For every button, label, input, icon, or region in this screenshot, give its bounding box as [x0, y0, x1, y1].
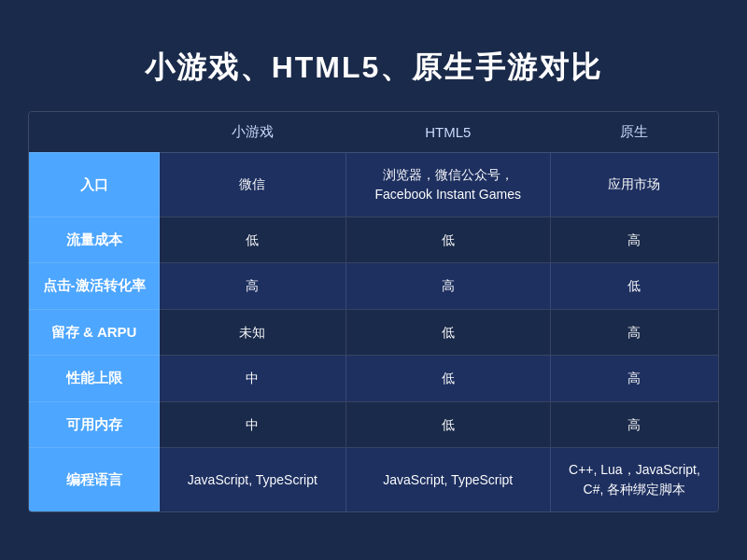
row-native: 高 — [550, 401, 718, 448]
col-header-html5: HTML5 — [345, 112, 550, 153]
row-mini-game: JavaScript, TypeScript — [160, 448, 345, 512]
row-native: C++, Lua，JavaScript, C#, 各种绑定脚本 — [550, 448, 718, 512]
table-row: 性能上限中低高 — [29, 356, 718, 402]
row-html5: 低 — [345, 401, 550, 448]
row-html5: 低 — [345, 356, 550, 402]
row-html5: 低 — [345, 217, 550, 263]
row-native: 低 — [550, 263, 718, 310]
row-native: 高 — [550, 309, 718, 356]
row-label: 留存 & ARPU — [29, 309, 160, 356]
row-mini-game: 高 — [160, 263, 345, 310]
row-mini-game: 中 — [160, 356, 345, 402]
col-header-mini-game: 小游戏 — [160, 112, 345, 153]
table-row: 点击-激活转化率高高低 — [29, 263, 718, 310]
row-label: 编程语言 — [29, 448, 160, 512]
row-native: 应用市场 — [550, 152, 718, 217]
row-mini-game: 低 — [160, 217, 345, 263]
page-title: 小游戏、HTML5、原生手游对比 — [145, 48, 603, 89]
row-label: 可用内存 — [29, 401, 160, 448]
table-row: 编程语言JavaScript, TypeScriptJavaScript, Ty… — [29, 448, 718, 512]
row-label: 流量成本 — [29, 217, 160, 263]
row-mini-game: 中 — [160, 401, 345, 448]
row-native: 高 — [550, 217, 718, 263]
row-html5: JavaScript, TypeScript — [345, 448, 550, 512]
col-header-label — [29, 112, 160, 153]
row-html5: 浏览器，微信公众号， Facebook Instant Games — [345, 152, 550, 217]
row-label: 点击-激活转化率 — [29, 263, 160, 310]
table-row: 留存 & ARPU未知低高 — [29, 309, 718, 356]
table-row: 入口微信浏览器，微信公众号， Facebook Instant Games应用市… — [29, 152, 718, 217]
table-row: 流量成本低低高 — [29, 217, 718, 263]
table-header-row: 小游戏 HTML5 原生 — [29, 112, 718, 153]
row-label: 性能上限 — [29, 356, 160, 402]
row-label: 入口 — [29, 152, 160, 217]
row-html5: 低 — [345, 309, 550, 356]
col-header-native: 原生 — [550, 112, 718, 153]
row-mini-game: 微信 — [160, 152, 345, 217]
row-mini-game: 未知 — [160, 309, 345, 356]
row-native: 高 — [550, 356, 718, 402]
table-row: 可用内存中低高 — [29, 401, 718, 448]
row-html5: 高 — [345, 263, 550, 310]
comparison-table: 小游戏 HTML5 原生 入口微信浏览器，微信公众号， Facebook Ins… — [28, 111, 719, 513]
